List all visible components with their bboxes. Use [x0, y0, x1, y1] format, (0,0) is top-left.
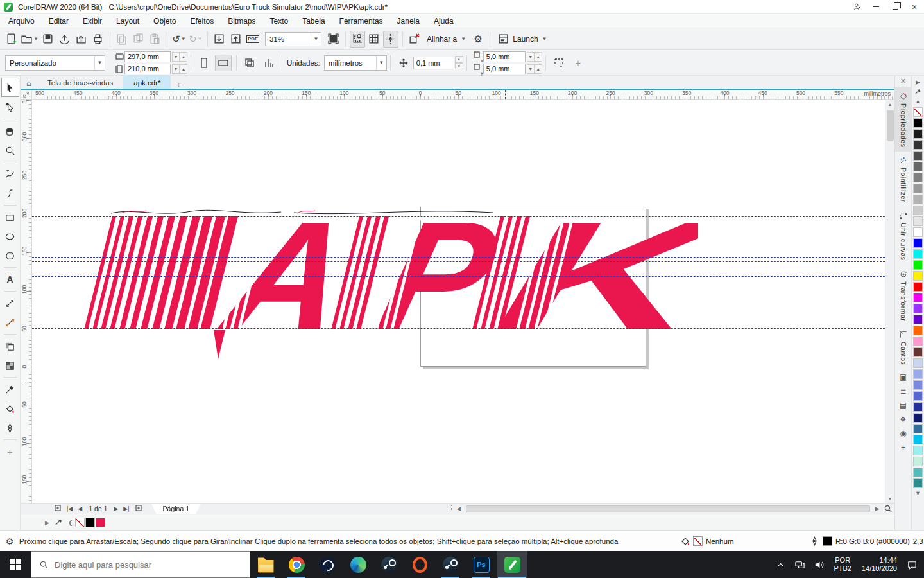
eyedropper-icon[interactable]: [55, 518, 63, 527]
close-button[interactable]: ×: [905, 0, 924, 14]
palette-flyout-arrow[interactable]: ▶: [916, 77, 920, 87]
origin-taskbar-button[interactable]: [404, 551, 435, 578]
pick-tool[interactable]: [1, 78, 19, 97]
account-icon[interactable]: [847, 0, 866, 14]
color-swatch[interactable]: [913, 358, 923, 368]
export-button[interactable]: [228, 31, 244, 48]
color-swatch[interactable]: [913, 151, 923, 161]
add-page-before-button[interactable]: [54, 504, 62, 513]
color-swatch[interactable]: [96, 518, 105, 527]
guideline[interactable]: [32, 276, 885, 277]
vertical-scrollbar[interactable]: ▲ ▼: [885, 100, 894, 503]
new-document-button[interactable]: [3, 31, 19, 48]
page-preset-combo[interactable]: Personalizado ▼: [5, 55, 105, 71]
color-swatch[interactable]: [913, 402, 923, 412]
color-swatch[interactable]: [913, 118, 923, 128]
duplicate-y-input[interactable]: 5,0 mm: [483, 64, 526, 74]
previous-page-button[interactable]: ◀: [78, 505, 82, 512]
text-tool[interactable]: A: [1, 270, 19, 288]
menu-arquivo[interactable]: Arquivo: [1, 14, 42, 28]
treat-as-filled-button[interactable]: [551, 55, 567, 71]
color-swatch[interactable]: [913, 195, 923, 204]
color-swatch[interactable]: [913, 457, 923, 466]
palette-flyout-arrow[interactable]: ▶: [45, 520, 49, 526]
volume-icon[interactable]: [810, 559, 827, 570]
connector-tool[interactable]: [1, 313, 19, 331]
vertical-ruler[interactable]: 35030025020015010050050100150: [21, 100, 32, 503]
color-swatch[interactable]: [913, 162, 923, 171]
pdf-button[interactable]: PDF: [245, 31, 261, 48]
undo-button[interactable]: ↺▼: [171, 31, 187, 48]
paste-button[interactable]: [148, 31, 163, 48]
layers-icon[interactable]: ❖: [895, 412, 911, 426]
menu-exibir[interactable]: Exibir: [76, 14, 109, 28]
options-gear-button[interactable]: ⚙: [470, 31, 486, 48]
color-swatch[interactable]: [913, 129, 923, 139]
color-swatch[interactable]: [913, 347, 923, 357]
chevron-down-icon[interactable]: ▼: [94, 56, 105, 70]
redo-button[interactable]: ↻▼: [188, 31, 203, 48]
color-swatch[interactable]: [85, 518, 95, 527]
restore-button[interactable]: [886, 0, 905, 14]
minimize-button[interactable]: [866, 0, 886, 14]
no-color-swatch[interactable]: [913, 107, 923, 117]
fill-tool[interactable]: [1, 399, 19, 417]
color-swatch[interactable]: [913, 173, 923, 182]
last-page-button[interactable]: ▶|: [123, 505, 129, 512]
fullscreen-preview-button[interactable]: [326, 31, 341, 48]
color-swatch[interactable]: [913, 206, 923, 215]
color-swatch[interactable]: [913, 304, 923, 313]
nudge-distance-spinner[interactable]: ▲▼: [455, 56, 463, 69]
photoshop-taskbar-button[interactable]: [466, 551, 497, 578]
color-swatch[interactable]: [913, 315, 923, 324]
duplicate-button[interactable]: [131, 31, 146, 48]
color-swatch[interactable]: [913, 227, 923, 237]
drop-shadow-tool[interactable]: [1, 337, 19, 355]
color-swatch[interactable]: [913, 140, 923, 150]
horizontal-scroll-track[interactable]: [463, 505, 873, 513]
ruler-origin-corner[interactable]: [21, 90, 32, 100]
duplicate-x-input[interactable]: 5,0 mm: [483, 51, 526, 62]
view-guidelines-button[interactable]: [383, 31, 398, 48]
steam-2-taskbar-button[interactable]: [435, 551, 466, 578]
units-combo[interactable]: milímetros ▼: [324, 55, 387, 71]
color-swatch[interactable]: [913, 271, 923, 281]
first-page-button[interactable]: |◀: [67, 505, 73, 512]
color-swatch[interactable]: [913, 435, 923, 444]
chrome-taskbar-button[interactable]: [281, 551, 312, 578]
tab-document-apk[interactable]: apk.cdr*: [123, 76, 171, 90]
scroll-right-arrow[interactable]: ▶: [873, 505, 882, 512]
color-swatch[interactable]: [913, 337, 923, 346]
next-page-button[interactable]: ▶: [114, 505, 118, 512]
eraser-tool[interactable]: [1, 122, 19, 140]
scroll-left-arrow[interactable]: ◀: [454, 505, 463, 512]
guideline[interactable]: [32, 328, 885, 329]
eyedropper-icon[interactable]: [914, 87, 921, 96]
guideline[interactable]: [32, 216, 885, 217]
network-icon[interactable]: [791, 559, 808, 570]
taskbar-search[interactable]: [31, 551, 250, 578]
color-swatch[interactable]: [913, 478, 923, 488]
color-swatch[interactable]: [913, 424, 923, 434]
zoom-level-combo[interactable]: 31% ▼: [265, 32, 321, 46]
snap-off-button[interactable]: [407, 31, 422, 48]
horizontal-ruler[interactable]: milímetros 50045040035030025020015010050…: [32, 90, 894, 100]
menu-objeto[interactable]: Objeto: [146, 14, 183, 28]
print-button[interactable]: [90, 31, 106, 48]
menu-ferramentas[interactable]: Ferramentas: [332, 14, 390, 28]
color-swatch[interactable]: [913, 468, 923, 477]
zoom-tool[interactable]: [1, 141, 19, 159]
palette-scroll-up[interactable]: ▲: [915, 96, 921, 106]
apk-logo-artwork[interactable]: APK: [82, 207, 698, 367]
menu-tabela[interactable]: Tabela: [295, 14, 332, 28]
scrollbar-splitter[interactable]: [447, 505, 452, 512]
menu-janela[interactable]: Janela: [390, 14, 427, 28]
page-width-spinner[interactable]: ▼▲: [172, 52, 187, 62]
page-width-input[interactable]: 297,0 mm: [124, 51, 171, 62]
freehand-tool[interactable]: [1, 165, 19, 183]
docker-close-icon[interactable]: ✕: [900, 77, 906, 87]
upload-cloud-button[interactable]: [57, 31, 73, 48]
launch-button[interactable]: Launch ▼: [493, 31, 551, 48]
all-pages-button[interactable]: [241, 55, 258, 71]
duplicate-x-spinner[interactable]: ▼▲: [527, 52, 542, 62]
